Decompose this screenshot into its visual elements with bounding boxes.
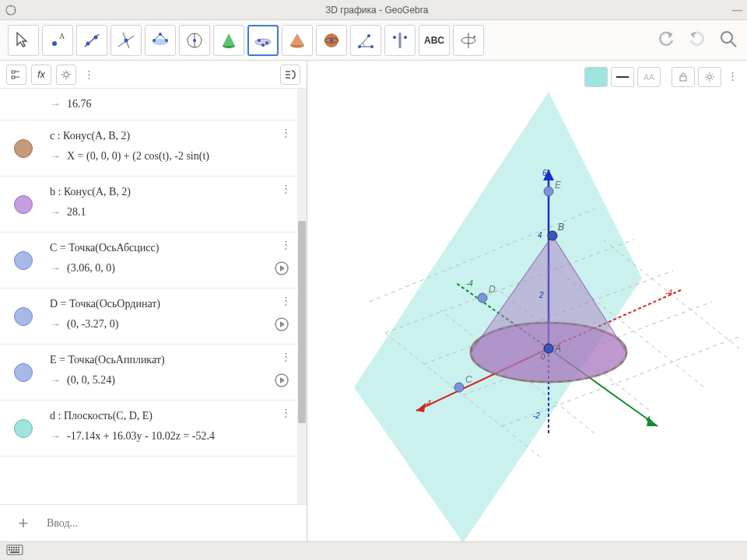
svg-point-40 [64,72,68,77]
search-button[interactable] [717,28,739,52]
row-more-icon[interactable]: ⋮ [281,239,291,250]
point-A[interactable] [544,344,553,353]
algebra-row[interactable]: ⋮ c : Конус(A, B, 2) →X = (0, 0, 0) + (2… [0,121,297,177]
svg-point-4 [52,41,57,46]
svg-text:0: 0 [541,352,545,361]
algebra-definition: c : Конус(A, B, 2) [50,130,291,142]
algebra-row[interactable]: →16.76 [0,89,297,121]
tool-rotate-view[interactable] [453,25,484,56]
visibility-dot[interactable] [14,251,33,270]
tool-pyramid[interactable] [282,25,313,56]
svg-point-32 [404,36,407,39]
algebra-input[interactable] [47,517,307,530]
svg-rect-87 [16,547,17,548]
svg-rect-88 [18,547,19,548]
play-icon[interactable] [274,261,289,278]
svg-text:4: 4 [538,231,542,240]
app-icon [5,4,17,16]
tool-circle[interactable] [179,25,210,56]
row-more-icon[interactable]: ⋮ [281,351,291,362]
tool-text[interactable]: ABC [419,25,450,56]
algebra-row[interactable]: ⋮ C = Точка(ОсьАбсцисс) →(3.06, 0, 0) [0,233,297,289]
visibility-dot[interactable] [14,307,33,326]
algebra-row[interactable]: ⋮ b : Конус(A, B, 2) →28.1 [0,177,297,233]
algebra-toolbar: fx ⋮ [0,61,307,89]
undo-button[interactable] [655,28,677,52]
algebra-value: (0, -3.27, 0) [67,318,119,331]
algebra-value: 28.1 [67,206,86,219]
svg-text:-2: -2 [533,411,540,420]
svg-point-18 [193,39,196,42]
tool-angle[interactable] [350,25,381,56]
tool-point[interactable]: A [42,25,73,56]
svg-point-3 [8,13,9,15]
tool-cone[interactable] [213,25,244,56]
visibility-dot[interactable] [14,139,33,158]
algebra-fx-button[interactable]: fx [31,65,51,85]
svg-rect-89 [9,549,10,551]
visibility-dot[interactable] [14,363,33,382]
svg-text:A: A [59,32,65,40]
titlebar: 3D графика - GeoGebra — [0,0,747,20]
graphics3d-scene[interactable]: A B C D E 6 4 2 -2 -4 4 -4 -4 0 [307,61,747,541]
svg-text:A: A [554,343,561,354]
tool-sphere[interactable] [316,25,347,56]
svg-point-23 [261,44,265,47]
svg-rect-91 [13,549,15,551]
tool-line[interactable] [76,25,107,56]
algebra-row[interactable]: ⋮ E = Точка(ОсьАппликат) →(0, 0, 5.24) [0,345,297,401]
svg-point-28 [358,45,361,48]
row-more-icon[interactable]: ⋮ [281,295,291,306]
point-E[interactable] [544,187,553,196]
redo-button[interactable] [686,28,708,52]
svg-rect-36 [12,71,15,73]
tool-perpendicular[interactable] [110,25,142,56]
algebra-value: (3.06, 0, 0) [67,262,115,275]
algebra-scrollbar[interactable] [297,89,307,504]
algebra-row[interactable]: ⋮ D = Точка(ОсьОрдинат) →(0, -3.27, 0) [0,289,297,345]
algebra-list[interactable]: →16.76 ⋮ c : Конус(A, B, 2) →X = (0, 0, … [0,89,297,504]
svg-text:C: C [465,374,472,385]
algebra-more-icon[interactable]: ⋮ [84,68,94,80]
main-toolbar: A ABC [0,20,747,61]
play-icon[interactable] [274,317,289,334]
svg-point-15 [165,39,168,42]
tool-reflection[interactable] [384,25,416,56]
point-D[interactable] [478,293,487,303]
svg-rect-90 [11,549,12,551]
minimize-button[interactable]: — [732,4,742,16]
tool-pointer[interactable] [8,25,39,56]
svg-text:-4: -4 [466,279,473,288]
svg-point-22 [265,41,268,44]
visibility-dot[interactable] [14,195,33,214]
svg-point-21 [258,39,261,42]
keyboard-icon[interactable] [6,544,23,558]
svg-point-7 [86,41,90,45]
visibility-dot[interactable] [14,419,33,438]
row-more-icon[interactable]: ⋮ [281,407,291,418]
window-title: 3D графика - GeoGebra [326,5,429,16]
algebra-sort-button[interactable] [280,65,300,85]
svg-rect-85 [11,547,12,548]
svg-rect-37 [12,76,15,79]
point-B[interactable] [548,231,557,240]
point-C[interactable] [454,383,464,392]
row-more-icon[interactable]: ⋮ [281,127,291,138]
algebra-panel: fx ⋮ →16.76 ⋮ c : Ко [0,61,307,541]
svg-point-13 [159,33,162,36]
svg-point-30 [367,34,370,37]
svg-point-2 [14,9,16,11]
algebra-settings-button[interactable] [56,65,76,85]
add-object-button[interactable]: + [0,513,47,534]
algebra-row[interactable]: ⋮ d : Плоскость(C, D, E) →-17.14x + 16.0… [0,401,297,457]
tool-sphere-point[interactable] [247,25,279,56]
algebra-tree-button[interactable] [6,65,26,85]
svg-text:E: E [555,180,562,191]
play-icon[interactable] [274,373,289,390]
svg-text:2: 2 [538,291,544,299]
algebra-value: (0, 0, 5.24) [67,374,115,387]
tool-polygon[interactable] [145,25,176,56]
svg-text:-4: -4 [665,289,672,297]
row-more-icon[interactable]: ⋮ [281,183,291,194]
graphics3d-view[interactable]: AA ⋮ [307,61,747,541]
